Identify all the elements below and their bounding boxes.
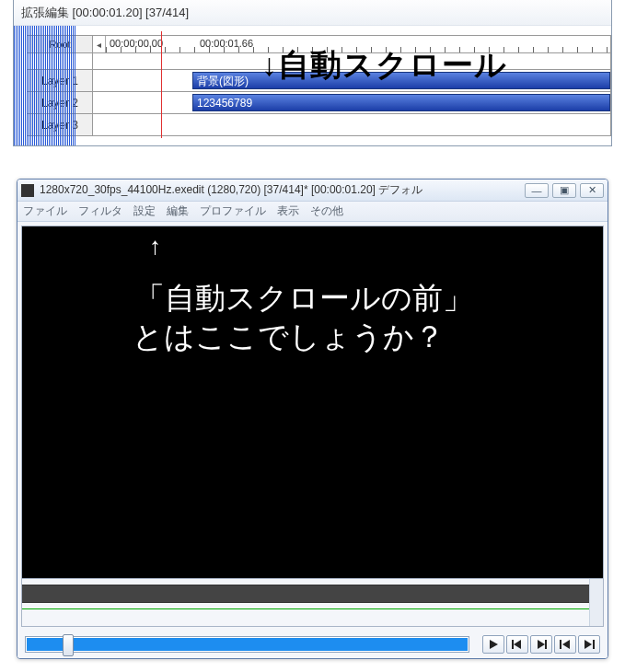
minimize-button[interactable]: — — [525, 183, 549, 198]
svg-marker-3 — [538, 640, 545, 649]
timeline-window: 拡張編集 [00:00:01.20] [37/414] Root ◂ 00:00… — [13, 0, 612, 146]
timeline-titlebar[interactable]: 拡張編集 [00:00:01.20] [37/414] — [14, 0, 611, 26]
layer-3-row: Layer 3 — [27, 114, 611, 136]
audio-wave-label — [27, 53, 93, 70]
step-forward-icon — [535, 638, 548, 651]
go-end-icon — [583, 638, 596, 651]
preview-titlebar[interactable]: 1280x720_30fps_44100Hz.exedit (1280,720)… — [17, 180, 608, 202]
scroll-left-glyph: ◂ — [97, 40, 101, 50]
seek-fill-right — [72, 638, 468, 651]
playback-buttons — [482, 635, 600, 654]
step-back-button[interactable] — [506, 635, 528, 654]
preview-canvas[interactable]: ↑ 「自動スクロールの前」 とはここでしょうか？ — [21, 226, 604, 627]
maximize-button[interactable]: ▣ — [552, 183, 576, 198]
preview-controls — [17, 631, 608, 658]
audio-band[interactable] — [21, 585, 604, 603]
layer-3-track[interactable] — [93, 114, 611, 136]
ruler-scroll-left-icon[interactable]: ◂ — [93, 36, 106, 52]
minimize-icon: — — [532, 185, 542, 196]
svg-marker-7 — [584, 640, 592, 649]
audio-wave-icon — [14, 26, 76, 145]
layer-2-clip[interactable]: 123456789 — [192, 94, 610, 111]
clip-label: 背景(図形) — [197, 75, 249, 87]
svg-marker-1 — [514, 640, 521, 649]
seek-fill-left — [27, 638, 66, 651]
step-forward-button[interactable] — [530, 635, 552, 654]
go-start-icon — [559, 638, 572, 651]
menu-settings[interactable]: 設定 — [133, 203, 156, 219]
audio-track[interactable] — [93, 53, 611, 70]
layer-2-track[interactable]: 123456789 — [93, 92, 611, 114]
audio-track-row — [27, 53, 611, 70]
preview-subpanel — [21, 578, 604, 626]
menu-other[interactable]: その他 — [310, 203, 343, 219]
layer-1-track[interactable]: 背景(図形) — [93, 70, 611, 92]
preview-title-text: 1280x720_30fps_44100Hz.exedit (1280,720)… — [40, 182, 525, 198]
svg-rect-8 — [593, 640, 595, 649]
timeline-title-text: 拡張編集 [00:00:01.20] [37/414] — [21, 6, 189, 19]
svg-marker-0 — [490, 640, 498, 649]
timeline-ruler-row: Root ◂ 00:00:00.00 00:00:01.66 — [27, 35, 611, 53]
ruler-ticks — [106, 47, 610, 52]
annotation-line-1: 「自動スクロールの前」 — [134, 278, 473, 319]
layer-1-clip[interactable]: 背景(図形) — [192, 72, 610, 89]
svg-rect-4 — [545, 640, 547, 649]
play-icon — [487, 638, 500, 651]
menu-filter[interactable]: フィルタ — [78, 203, 122, 219]
close-button[interactable]: ✕ — [580, 183, 604, 198]
layer-2-row: Layer 2 123456789 — [27, 92, 611, 114]
window-buttons: — ▣ ✕ — [525, 183, 604, 198]
svg-marker-6 — [562, 640, 570, 649]
preview-menubar: ファイル フィルタ 設定 編集 プロファイル 表示 その他 — [17, 202, 608, 222]
timeline-body: Root ◂ 00:00:00.00 00:00:01.66 — [14, 26, 611, 145]
svg-rect-2 — [512, 640, 514, 649]
annotation-line-2: とはここでしょうか？ — [133, 317, 445, 358]
menu-display[interactable]: 表示 — [277, 203, 299, 219]
go-end-button[interactable] — [578, 635, 600, 654]
go-start-button[interactable] — [554, 635, 576, 654]
seek-thumb[interactable] — [63, 634, 74, 656]
step-back-icon — [511, 638, 524, 651]
menu-profile[interactable]: プロファイル — [200, 203, 266, 219]
layer-1-row: Layer 1 背景(図形) — [27, 70, 611, 92]
menu-edit[interactable]: 編集 — [167, 203, 189, 219]
vertical-scrollbar[interactable] — [589, 579, 604, 626]
play-button[interactable] — [482, 635, 504, 654]
seek-bar[interactable] — [25, 636, 469, 653]
timeline-ruler[interactable]: ◂ 00:00:00.00 00:00:01.66 — [93, 35, 611, 53]
clip-label: 123456789 — [197, 97, 252, 110]
preview-range-line[interactable] — [21, 608, 589, 609]
app-icon — [21, 184, 34, 197]
menu-file[interactable]: ファイル — [23, 203, 67, 219]
annotation-arrow-up: ↑ — [149, 232, 161, 261]
preview-window: 1280x720_30fps_44100Hz.exedit (1280,720)… — [17, 179, 608, 659]
svg-rect-5 — [560, 640, 561, 649]
maximize-icon: ▣ — [560, 184, 569, 196]
close-icon: ✕ — [588, 184, 596, 196]
